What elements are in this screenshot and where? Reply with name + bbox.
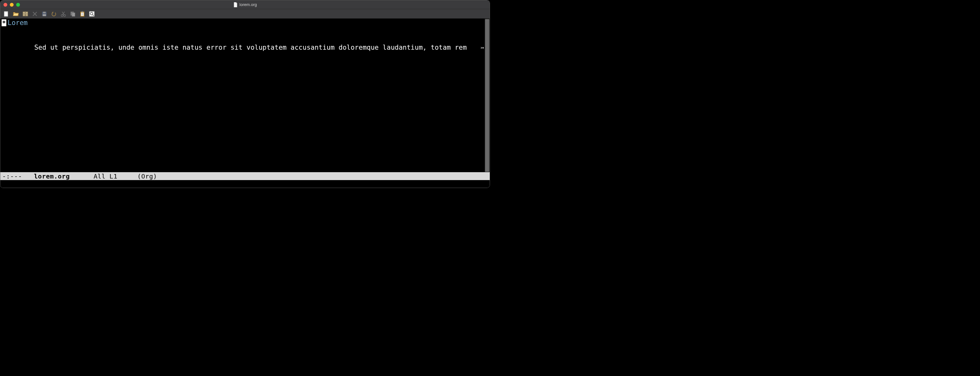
titlebar: lorem.org — [0, 0, 490, 9]
svg-rect-7 — [25, 15, 26, 16]
svg-point-14 — [61, 14, 63, 16]
close-window-button[interactable] — [3, 3, 7, 6]
minimize-window-button[interactable] — [10, 3, 14, 6]
svg-rect-19 — [72, 13, 75, 16]
scrollbar[interactable] — [485, 19, 490, 172]
close-buffer-button[interactable] — [31, 10, 38, 17]
text-editor[interactable]: * Lorem Sed ut perspiciatis, unde omnis … — [0, 19, 485, 172]
dired-button[interactable] — [22, 10, 29, 17]
body-line: Sed ut perspiciatis, unde omnis iste nat… — [0, 35, 485, 60]
copy-button[interactable] — [69, 10, 76, 17]
new-file-button[interactable] — [3, 10, 10, 17]
editor-wrap: * Lorem Sed ut perspiciatis, unde omnis … — [0, 19, 490, 172]
blank-line — [0, 27, 485, 35]
modeline-position: All L1 — [82, 173, 130, 180]
modeline-mode: (Org) — [129, 173, 157, 180]
svg-rect-21 — [81, 11, 83, 12]
drawer-icon — [22, 11, 29, 17]
body-text: Sed ut perspiciatis, unde omnis iste nat… — [34, 44, 466, 51]
new-file-icon — [3, 11, 10, 17]
echo-area[interactable] — [0, 180, 490, 188]
modeline[interactable]: -:--- lorem.org All L1 (Org) — [0, 172, 490, 180]
undo-button[interactable] — [50, 10, 57, 17]
save-button[interactable] — [41, 10, 48, 17]
copy-icon — [70, 11, 76, 17]
close-icon — [32, 11, 38, 17]
emacs-window: lorem.org — [0, 0, 490, 188]
svg-rect-12 — [43, 14, 46, 16]
svg-rect-11 — [43, 12, 46, 13]
scrollbar-thumb[interactable] — [485, 19, 489, 172]
paste-button[interactable] — [79, 10, 86, 17]
save-icon — [41, 11, 48, 17]
open-file-button[interactable] — [12, 10, 19, 17]
org-heading-star: * — [2, 19, 6, 26]
search-icon — [89, 11, 95, 17]
toolbar — [0, 9, 490, 19]
window-title-text: lorem.org — [239, 2, 257, 7]
undo-icon — [51, 11, 57, 17]
truncation-indicator-icon: ↣ — [480, 43, 484, 52]
maximize-window-button[interactable] — [16, 3, 20, 6]
svg-rect-5 — [25, 12, 26, 13]
svg-rect-6 — [25, 14, 26, 14]
cut-icon — [60, 11, 67, 17]
cut-button[interactable] — [60, 10, 67, 17]
window-title: lorem.org — [233, 2, 257, 7]
search-button[interactable] — [88, 10, 95, 17]
svg-point-15 — [64, 14, 65, 16]
modeline-status: -:--- — [2, 173, 26, 180]
modeline-buffer-name: lorem.org — [26, 173, 82, 180]
org-heading-text: Lorem — [8, 19, 27, 27]
org-heading-line: * Lorem — [0, 19, 485, 27]
file-icon — [233, 2, 237, 7]
open-folder-icon — [13, 11, 19, 17]
paste-icon — [79, 11, 86, 17]
window-controls — [3, 3, 20, 6]
